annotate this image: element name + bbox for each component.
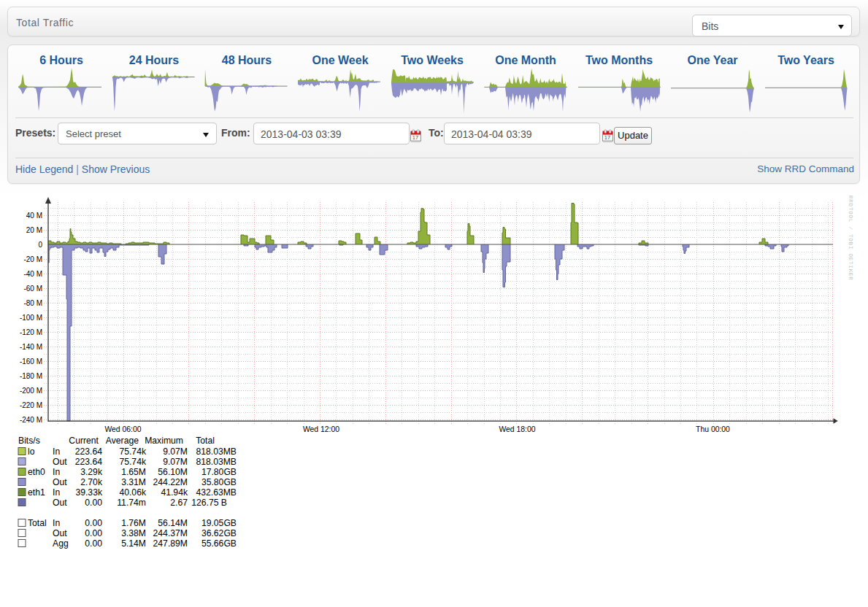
svg-text:41.94k: 41.94k bbox=[161, 487, 188, 498]
svg-text:0.00: 0.00 bbox=[85, 538, 102, 549]
svg-text:36.62GB: 36.62GB bbox=[201, 528, 237, 538]
svg-text:Out: Out bbox=[53, 477, 67, 487]
svg-text:-40 M: -40 M bbox=[23, 270, 42, 278]
svg-text:75.74k: 75.74k bbox=[119, 457, 146, 467]
svg-text:In: In bbox=[53, 518, 60, 528]
svg-text:0.00: 0.00 bbox=[85, 528, 102, 538]
svg-text:5.14M: 5.14M bbox=[121, 538, 146, 549]
svg-text:-240 M: -240 M bbox=[20, 416, 42, 424]
svg-text:3.29k: 3.29k bbox=[80, 467, 103, 477]
svg-text:eth0: eth0 bbox=[28, 467, 45, 477]
svg-text:Bits/s: Bits/s bbox=[18, 436, 40, 446]
svg-text:20 M: 20 M bbox=[26, 226, 42, 234]
svg-text:-180 M: -180 M bbox=[20, 372, 42, 380]
svg-text:0.00: 0.00 bbox=[85, 518, 102, 528]
svg-text:818.03MB: 818.03MB bbox=[196, 457, 237, 467]
svg-text:19.05GB: 19.05GB bbox=[201, 518, 237, 528]
svg-text:40 M: 40 M bbox=[26, 212, 42, 220]
svg-text:-200 M: -200 M bbox=[20, 387, 42, 395]
svg-text:RRDTOOL / TOBI OETIKER: RRDTOOL / TOBI OETIKER bbox=[848, 196, 853, 281]
svg-text:Wed 18:00: Wed 18:00 bbox=[499, 425, 535, 433]
svg-text:In: In bbox=[53, 467, 60, 477]
svg-text:2.67: 2.67 bbox=[170, 498, 188, 508]
svg-text:Total: Total bbox=[196, 436, 215, 446]
svg-text:75.74k: 75.74k bbox=[119, 446, 146, 457]
svg-text:Out: Out bbox=[53, 498, 67, 508]
svg-text:0.00: 0.00 bbox=[85, 498, 102, 508]
svg-text:In: In bbox=[53, 446, 60, 457]
svg-text:9.07M: 9.07M bbox=[163, 446, 188, 457]
svg-text:244.37M: 244.37M bbox=[153, 528, 188, 538]
svg-text:Out: Out bbox=[53, 457, 67, 467]
svg-text:432.63MB: 432.63MB bbox=[196, 487, 237, 498]
svg-text:1.76M: 1.76M bbox=[121, 518, 146, 528]
svg-text:1.65M: 1.65M bbox=[121, 467, 146, 477]
svg-text:3.31M: 3.31M bbox=[121, 477, 146, 487]
svg-text:247.89M: 247.89M bbox=[153, 538, 188, 549]
svg-text:17.80GB: 17.80GB bbox=[201, 467, 237, 477]
svg-text:In: In bbox=[53, 487, 60, 498]
svg-text:126.75 B: 126.75 B bbox=[191, 498, 227, 508]
svg-text:223.64: 223.64 bbox=[75, 446, 102, 457]
svg-text:-100 M: -100 M bbox=[20, 314, 42, 322]
svg-text:55.66GB: 55.66GB bbox=[201, 538, 237, 549]
svg-text:-160 M: -160 M bbox=[20, 357, 42, 366]
svg-text:818.03MB: 818.03MB bbox=[196, 446, 237, 457]
svg-text:-20 M: -20 M bbox=[23, 255, 42, 263]
svg-text:9.07M: 9.07M bbox=[163, 457, 188, 467]
svg-text:-60 M: -60 M bbox=[23, 285, 42, 293]
svg-text:56.10M: 56.10M bbox=[158, 467, 188, 477]
svg-text:-140 M: -140 M bbox=[20, 343, 42, 351]
svg-text:3.38M: 3.38M bbox=[121, 528, 146, 538]
svg-text:Average: Average bbox=[106, 436, 139, 446]
svg-text:Thu 00:00: Thu 00:00 bbox=[696, 425, 730, 433]
svg-text:39.33k: 39.33k bbox=[75, 487, 102, 498]
svg-text:56.14M: 56.14M bbox=[158, 518, 188, 528]
svg-text:Wed 06:00: Wed 06:00 bbox=[104, 425, 141, 433]
svg-text:Total: Total bbox=[28, 518, 47, 528]
svg-text:40.06k: 40.06k bbox=[119, 487, 146, 498]
svg-text:Agg: Agg bbox=[53, 538, 69, 549]
svg-text:lo: lo bbox=[28, 446, 35, 457]
svg-text:223.64: 223.64 bbox=[75, 457, 102, 467]
svg-text:Wed 12:00: Wed 12:00 bbox=[303, 425, 339, 433]
svg-text:-120 M: -120 M bbox=[20, 328, 42, 336]
svg-text:eth1: eth1 bbox=[28, 487, 45, 498]
svg-text:Out: Out bbox=[53, 528, 67, 538]
svg-text:-80 M: -80 M bbox=[23, 299, 42, 307]
svg-text:Current: Current bbox=[69, 436, 99, 446]
svg-text:-220 M: -220 M bbox=[20, 401, 42, 409]
svg-text:0: 0 bbox=[38, 241, 42, 249]
svg-text:11.74m: 11.74m bbox=[117, 498, 146, 508]
svg-text:35.80GB: 35.80GB bbox=[201, 477, 237, 487]
svg-text:2.70k: 2.70k bbox=[80, 477, 103, 487]
svg-text:244.22M: 244.22M bbox=[153, 477, 188, 487]
svg-text:Maximum: Maximum bbox=[145, 436, 183, 446]
